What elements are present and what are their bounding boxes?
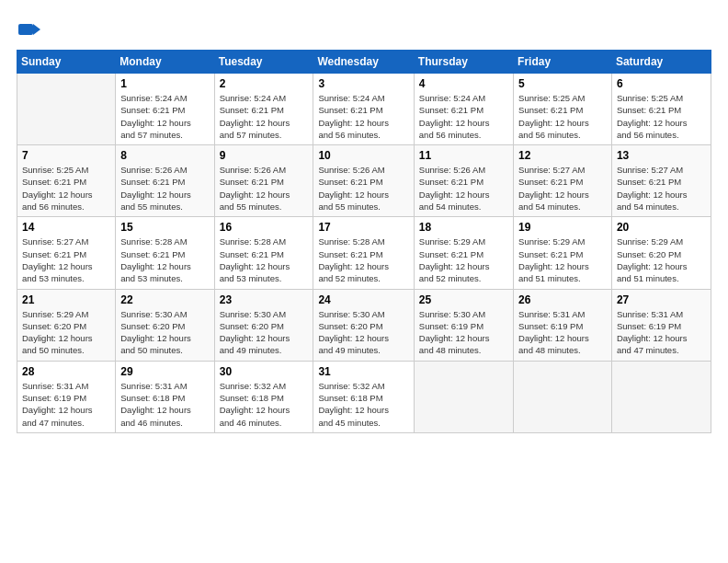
day-info: Sunrise: 5:30 AMSunset: 6:20 PMDaylight:… [220,308,309,357]
day-cell: 29Sunrise: 5:31 AMSunset: 6:18 PMDayligh… [116,361,214,432]
day-info: Sunrise: 5:29 AMSunset: 6:21 PMDaylight:… [518,236,607,284]
day-info: Sunrise: 5:26 AMSunset: 6:21 PMDaylight:… [120,164,209,213]
day-info: Sunrise: 5:30 AMSunset: 6:20 PMDaylight:… [318,308,408,357]
week-row-5: 28Sunrise: 5:31 AMSunset: 6:19 PMDayligh… [17,361,711,432]
week-row-2: 7Sunrise: 5:25 AMSunset: 6:21 PMDaylight… [17,145,711,217]
day-info: Sunrise: 5:27 AMSunset: 6:21 PMDaylight:… [518,164,607,213]
col-header-friday: Friday [514,51,612,74]
day-cell: 6Sunrise: 5:25 AMSunset: 6:21 PMDaylight… [611,74,711,145]
header [17,17,711,42]
day-number: 14 [22,221,110,234]
day-number: 26 [518,293,607,306]
day-cell: 7Sunrise: 5:25 AMSunset: 6:21 PMDaylight… [17,145,116,217]
day-info: Sunrise: 5:25 AMSunset: 6:21 PMDaylight:… [22,164,110,213]
day-cell: 18Sunrise: 5:29 AMSunset: 6:21 PMDayligh… [414,217,513,289]
col-header-saturday: Saturday [611,51,711,74]
day-cell: 1Sunrise: 5:24 AMSunset: 6:21 PMDaylight… [116,74,214,145]
day-info: Sunrise: 5:30 AMSunset: 6:20 PMDaylight:… [120,308,209,357]
day-cell: 15Sunrise: 5:28 AMSunset: 6:21 PMDayligh… [116,217,214,289]
day-info: Sunrise: 5:29 AMSunset: 6:20 PMDaylight:… [617,236,706,284]
header-row: SundayMondayTuesdayWednesdayThursdayFrid… [17,51,711,74]
day-cell [17,74,116,145]
day-info: Sunrise: 5:24 AMSunset: 6:21 PMDaylight:… [220,92,309,141]
logo [17,17,45,42]
day-cell: 5Sunrise: 5:25 AMSunset: 6:21 PMDaylight… [514,74,612,145]
calendar-page: SundayMondayTuesdayWednesdayThursdayFrid… [0,0,728,563]
day-info: Sunrise: 5:32 AMSunset: 6:18 PMDaylight:… [318,380,408,429]
day-cell [414,361,513,432]
day-cell [611,361,711,432]
day-number: 11 [419,149,508,162]
week-row-4: 21Sunrise: 5:29 AMSunset: 6:20 PMDayligh… [17,289,711,361]
day-cell: 17Sunrise: 5:28 AMSunset: 6:21 PMDayligh… [313,217,414,289]
col-header-sunday: Sunday [17,51,116,74]
day-cell: 19Sunrise: 5:29 AMSunset: 6:21 PMDayligh… [514,217,612,289]
week-row-3: 14Sunrise: 5:27 AMSunset: 6:21 PMDayligh… [17,217,711,289]
week-row-1: 1Sunrise: 5:24 AMSunset: 6:21 PMDaylight… [17,74,711,145]
day-number: 18 [419,221,508,234]
day-number: 16 [220,221,309,234]
day-number: 7 [22,149,110,162]
day-number: 30 [220,365,309,378]
day-number: 31 [318,365,408,378]
day-number: 29 [120,365,209,378]
day-info: Sunrise: 5:28 AMSunset: 6:21 PMDaylight:… [220,236,309,284]
day-info: Sunrise: 5:31 AMSunset: 6:19 PMDaylight:… [518,308,607,357]
day-number: 17 [318,221,408,234]
day-info: Sunrise: 5:24 AMSunset: 6:21 PMDaylight:… [120,92,209,141]
day-cell: 16Sunrise: 5:28 AMSunset: 6:21 PMDayligh… [214,217,313,289]
day-cell: 2Sunrise: 5:24 AMSunset: 6:21 PMDaylight… [214,74,313,145]
day-cell: 21Sunrise: 5:29 AMSunset: 6:20 PMDayligh… [17,289,116,361]
day-number: 21 [22,293,110,306]
day-info: Sunrise: 5:31 AMSunset: 6:19 PMDaylight:… [22,380,110,429]
day-info: Sunrise: 5:26 AMSunset: 6:21 PMDaylight:… [220,164,309,213]
day-cell: 24Sunrise: 5:30 AMSunset: 6:20 PMDayligh… [313,289,414,361]
col-header-thursday: Thursday [414,51,513,74]
day-cell [514,361,612,432]
day-number: 15 [120,221,209,234]
col-header-tuesday: Tuesday [214,51,313,74]
col-header-monday: Monday [116,51,214,74]
day-info: Sunrise: 5:27 AMSunset: 6:21 PMDaylight:… [617,164,706,213]
day-number: 8 [120,149,209,162]
svg-marker-1 [33,24,40,35]
day-info: Sunrise: 5:24 AMSunset: 6:21 PMDaylight:… [419,92,508,141]
day-number: 10 [318,149,408,162]
day-info: Sunrise: 5:28 AMSunset: 6:21 PMDaylight:… [120,236,209,284]
day-info: Sunrise: 5:26 AMSunset: 6:21 PMDaylight:… [419,164,508,213]
calendar-table: SundayMondayTuesdayWednesdayThursdayFrid… [17,50,711,433]
day-number: 22 [120,293,209,306]
day-cell: 28Sunrise: 5:31 AMSunset: 6:19 PMDayligh… [17,361,116,432]
day-number: 13 [617,149,706,162]
day-number: 25 [419,293,508,306]
day-info: Sunrise: 5:27 AMSunset: 6:21 PMDaylight:… [22,236,110,284]
day-cell: 13Sunrise: 5:27 AMSunset: 6:21 PMDayligh… [611,145,711,217]
day-info: Sunrise: 5:31 AMSunset: 6:19 PMDaylight:… [617,308,706,357]
col-header-wednesday: Wednesday [313,51,414,74]
day-info: Sunrise: 5:30 AMSunset: 6:19 PMDaylight:… [419,308,508,357]
day-cell: 9Sunrise: 5:26 AMSunset: 6:21 PMDaylight… [214,145,313,217]
day-cell: 11Sunrise: 5:26 AMSunset: 6:21 PMDayligh… [414,145,513,217]
day-cell: 10Sunrise: 5:26 AMSunset: 6:21 PMDayligh… [313,145,414,217]
day-cell: 31Sunrise: 5:32 AMSunset: 6:18 PMDayligh… [313,361,414,432]
day-info: Sunrise: 5:24 AMSunset: 6:21 PMDaylight:… [318,92,408,141]
day-cell: 12Sunrise: 5:27 AMSunset: 6:21 PMDayligh… [514,145,612,217]
day-info: Sunrise: 5:25 AMSunset: 6:21 PMDaylight:… [518,92,607,141]
day-number: 9 [220,149,309,162]
day-cell: 26Sunrise: 5:31 AMSunset: 6:19 PMDayligh… [514,289,612,361]
day-cell: 22Sunrise: 5:30 AMSunset: 6:20 PMDayligh… [116,289,214,361]
day-cell: 23Sunrise: 5:30 AMSunset: 6:20 PMDayligh… [214,289,313,361]
day-info: Sunrise: 5:31 AMSunset: 6:18 PMDaylight:… [120,380,209,429]
day-number: 20 [617,221,706,234]
day-cell: 30Sunrise: 5:32 AMSunset: 6:18 PMDayligh… [214,361,313,432]
logo-icon [17,17,42,42]
day-number: 12 [518,149,607,162]
day-cell: 3Sunrise: 5:24 AMSunset: 6:21 PMDaylight… [313,74,414,145]
day-cell: 20Sunrise: 5:29 AMSunset: 6:20 PMDayligh… [611,217,711,289]
day-cell: 8Sunrise: 5:26 AMSunset: 6:21 PMDaylight… [116,145,214,217]
day-number: 6 [617,77,706,90]
day-number: 23 [220,293,309,306]
day-number: 24 [318,293,408,306]
day-info: Sunrise: 5:26 AMSunset: 6:21 PMDaylight:… [318,164,408,213]
svg-rect-0 [18,24,33,35]
